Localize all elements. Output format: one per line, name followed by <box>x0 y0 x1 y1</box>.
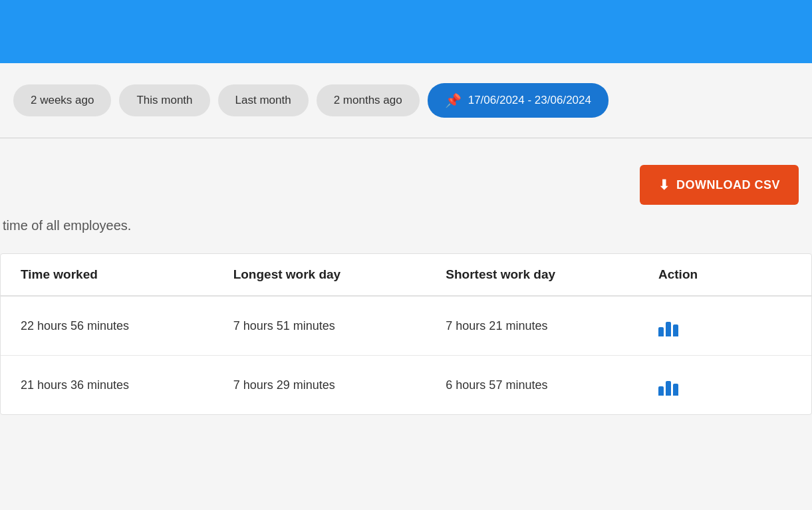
filter-row: 2 weeks ago This month Last month 2 mont… <box>0 63 812 138</box>
description-text: time of all employees. <box>0 211 812 253</box>
header-shortest-work-day: Shortest work day <box>446 267 658 282</box>
table-header: Time worked Longest work day Shortest wo… <box>1 254 811 297</box>
bar-2 <box>666 322 671 336</box>
bar-3 <box>673 384 678 396</box>
filter-date-range-active[interactable]: 📌 17/06/2024 - 23/06/2024 <box>428 83 609 118</box>
cell-longest-2: 7 hours 29 minutes <box>233 378 446 392</box>
bar-chart-icon-2[interactable] <box>658 374 791 396</box>
filter-last-month[interactable]: Last month <box>218 84 309 116</box>
cell-shortest-2: 6 hours 57 minutes <box>446 378 658 392</box>
active-date-range-label: 17/06/2024 - 23/06/2024 <box>468 94 591 107</box>
cell-longest-1: 7 hours 51 minutes <box>233 319 446 333</box>
cell-action-1[interactable] <box>658 315 791 336</box>
header-bar <box>0 0 812 63</box>
filter-2-months-ago[interactable]: 2 months ago <box>317 84 420 116</box>
filter-this-month[interactable]: This month <box>119 84 209 116</box>
bar-chart-icon-1[interactable] <box>658 315 791 336</box>
cell-shortest-1: 7 hours 21 minutes <box>446 319 658 333</box>
download-csv-button[interactable]: ⬇ DOWNLOAD CSV <box>640 165 799 205</box>
download-button-label: DOWNLOAD CSV <box>676 178 780 192</box>
data-table: Time worked Longest work day Shortest wo… <box>0 253 812 415</box>
cell-action-2[interactable] <box>658 374 791 396</box>
pin-icon: 📌 <box>445 92 462 108</box>
cell-time-worked-1: 22 hours 56 minutes <box>21 319 233 333</box>
bar-1 <box>658 386 664 396</box>
header-longest-work-day: Longest work day <box>233 267 446 282</box>
header-action: Action <box>658 267 791 282</box>
table-row: 21 hours 36 minutes 7 hours 29 minutes 6… <box>1 356 811 414</box>
download-icon: ⬇ <box>658 177 670 193</box>
bar-2 <box>666 381 671 396</box>
action-row: ⬇ DOWNLOAD CSV <box>0 152 812 211</box>
header-time-worked: Time worked <box>21 267 233 282</box>
bar-1 <box>658 327 664 336</box>
filter-2-weeks-ago[interactable]: 2 weeks ago <box>13 84 111 116</box>
table-row: 22 hours 56 minutes 7 hours 51 minutes 7… <box>1 297 811 356</box>
cell-time-worked-2: 21 hours 36 minutes <box>21 378 233 392</box>
bar-3 <box>673 324 678 336</box>
content-area: 2 weeks ago This month Last month 2 mont… <box>0 63 812 415</box>
divider <box>0 138 812 138</box>
